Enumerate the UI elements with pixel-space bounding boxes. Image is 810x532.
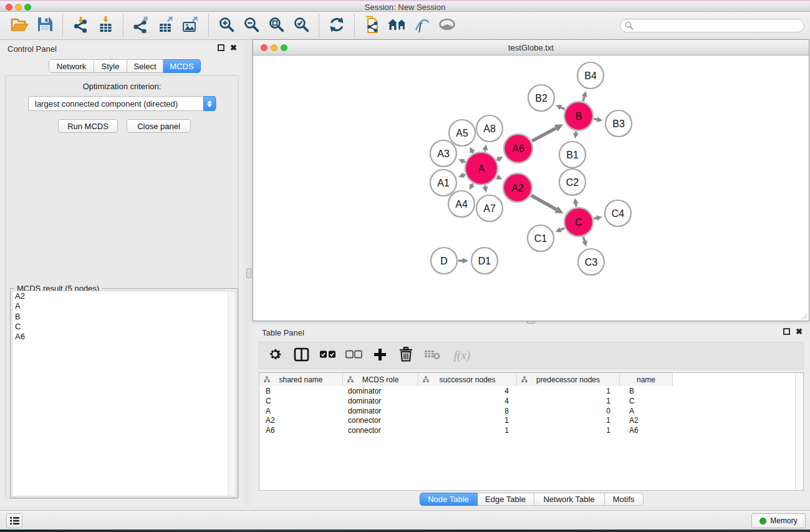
graph-node-A4[interactable]: A4: [448, 191, 475, 217]
table-cell[interactable]: dominator: [343, 387, 418, 397]
delete-column-button[interactable]: [397, 346, 415, 365]
graph-edge-B-B3[interactable]: [594, 117, 603, 122]
export-image-button[interactable]: [181, 16, 201, 36]
graph-node-B1[interactable]: B1: [559, 142, 586, 168]
graph-edge-C-C3[interactable]: [582, 237, 587, 246]
table-cell[interactable]: 4: [418, 397, 517, 407]
graph-node-B3[interactable]: B3: [605, 110, 632, 137]
graph-node-D1[interactable]: D1: [471, 248, 498, 274]
mcds-result-item[interactable]: A: [12, 301, 236, 311]
graph-edge-B-B2[interactable]: [556, 105, 564, 110]
mcds-result-item[interactable]: A2: [12, 291, 236, 301]
graph-node-A6[interactable]: A6: [504, 134, 533, 163]
table-row[interactable]: A6connector11A6: [259, 426, 803, 436]
table-close-panel-icon[interactable]: ✖: [796, 328, 803, 335]
import-network-button[interactable]: [70, 16, 90, 36]
table-cell[interactable]: A2: [259, 416, 343, 426]
search-input[interactable]: [620, 19, 804, 32]
table-cell[interactable]: B: [620, 387, 673, 397]
open-session-button[interactable]: [10, 16, 30, 36]
save-session-button[interactable]: [35, 16, 55, 36]
graph-edge-A-A1[interactable]: [458, 172, 465, 177]
graph-edge-C-C1[interactable]: [556, 227, 564, 232]
table-cell[interactable]: 1: [517, 426, 620, 436]
graph-edge-A-A3[interactable]: [458, 159, 465, 164]
memory-button[interactable]: Memory: [751, 513, 806, 528]
graph-node-A1[interactable]: A1: [430, 170, 456, 196]
hide-columns-button[interactable]: [344, 346, 363, 365]
graph-node-D[interactable]: D: [431, 248, 457, 274]
window-resize-grip[interactable]: [801, 312, 808, 320]
float-panel-icon[interactable]: [218, 44, 224, 51]
table-row[interactable]: Adominator80A: [259, 407, 803, 417]
network-window-titlebar[interactable]: testGlobe.txt: [253, 40, 809, 56]
graph-node-A7[interactable]: A7: [476, 195, 503, 221]
zoom-fit-button[interactable]: [266, 16, 286, 36]
tab-select[interactable]: Select: [127, 59, 163, 73]
add-column-button[interactable]: [370, 346, 389, 365]
table-float-panel-icon[interactable]: [783, 328, 790, 335]
table-cell[interactable]: C: [620, 397, 673, 407]
tab-mcds[interactable]: MCDS: [163, 59, 201, 73]
table-cell[interactable]: dominator: [343, 407, 418, 417]
mcds-result-list[interactable]: A2ABCA6: [12, 291, 236, 496]
export-network-button[interactable]: [131, 16, 151, 36]
table-cell[interactable]: 1: [517, 397, 620, 407]
attribute-settings-button[interactable]: [266, 346, 284, 365]
graph-node-A[interactable]: A: [465, 152, 498, 185]
close-panel-icon[interactable]: ✖: [230, 44, 237, 51]
table-cell[interactable]: dominator: [343, 397, 418, 407]
network-canvas[interactable]: B4B2BB3A5A8A6A3B1AA1C2A2A4A7C4CC1C3DD1: [253, 56, 809, 321]
vertical-splitter-grip[interactable]: [246, 268, 251, 278]
table-cell[interactable]: C: [259, 397, 343, 407]
table-scrollbar[interactable]: [795, 373, 803, 490]
graph-edge-A-A6[interactable]: [496, 157, 503, 162]
table-cell[interactable]: 8: [418, 407, 517, 417]
network-from-selection-button[interactable]: [362, 16, 382, 36]
graph-node-B[interactable]: B: [564, 102, 593, 130]
graph-edge-A6-B[interactable]: [532, 124, 563, 141]
graph-node-C3[interactable]: C3: [578, 249, 604, 275]
graph-node-C4[interactable]: C4: [605, 200, 631, 226]
table-cell[interactable]: 0: [517, 407, 620, 417]
close-panel-button[interactable]: Close panel: [127, 119, 191, 133]
graph-node-C[interactable]: C: [564, 208, 593, 236]
mcds-result-item[interactable]: B: [12, 312, 236, 322]
show-panels-button[interactable]: [6, 513, 22, 528]
tab-edge-table[interactable]: Edge Table: [478, 493, 534, 506]
table-cell[interactable]: A: [620, 407, 673, 417]
table-cell[interactable]: A2: [620, 416, 673, 426]
tab-network-table[interactable]: Network Table: [534, 493, 605, 506]
delete-table-button[interactable]: [423, 346, 441, 365]
tab-network[interactable]: Network: [49, 59, 94, 73]
table-cell[interactable]: 1: [418, 426, 517, 436]
optimization-criterion-select[interactable]: largest connected component (directed): [28, 96, 216, 111]
table-row[interactable]: Bdominator41B: [259, 387, 803, 397]
graph-node-A2[interactable]: A2: [503, 173, 532, 202]
run-mcds-button[interactable]: Run MCDS: [58, 119, 118, 133]
zoom-selected-button[interactable]: [291, 16, 311, 36]
show-columns-button[interactable]: [318, 346, 337, 365]
graph-edge-C-C2[interactable]: [573, 198, 579, 207]
graph-edge-D-D1[interactable]: [458, 258, 468, 264]
no-function-button[interactable]: f: [412, 16, 432, 36]
table-cell[interactable]: B: [259, 387, 343, 397]
graph-edge-A-A8[interactable]: [483, 144, 488, 151]
column-header-successor-nodes[interactable]: successor nodes: [418, 373, 517, 386]
graph-node-A8[interactable]: A8: [476, 115, 503, 142]
table-cell[interactable]: A: [259, 407, 343, 417]
table-row[interactable]: Cdominator41C: [259, 397, 803, 407]
zoom-in-button[interactable]: [216, 16, 236, 36]
refresh-button[interactable]: [327, 16, 347, 36]
tab-motifs[interactable]: Motifs: [605, 493, 644, 506]
graph-node-B4[interactable]: B4: [577, 62, 604, 89]
graph-edge-A2-C[interactable]: [531, 195, 564, 213]
tab-node-table[interactable]: Node Table: [420, 493, 478, 506]
graph-node-A3[interactable]: A3: [430, 140, 456, 167]
graph-node-C2[interactable]: C2: [559, 169, 586, 195]
tab-style[interactable]: Style: [94, 59, 127, 73]
column-header-name[interactable]: name: [620, 373, 673, 386]
column-header-MCDS-role[interactable]: MCDS role: [343, 373, 418, 386]
graph-node-B2[interactable]: B2: [528, 85, 554, 111]
table-cell[interactable]: connector: [343, 426, 418, 436]
